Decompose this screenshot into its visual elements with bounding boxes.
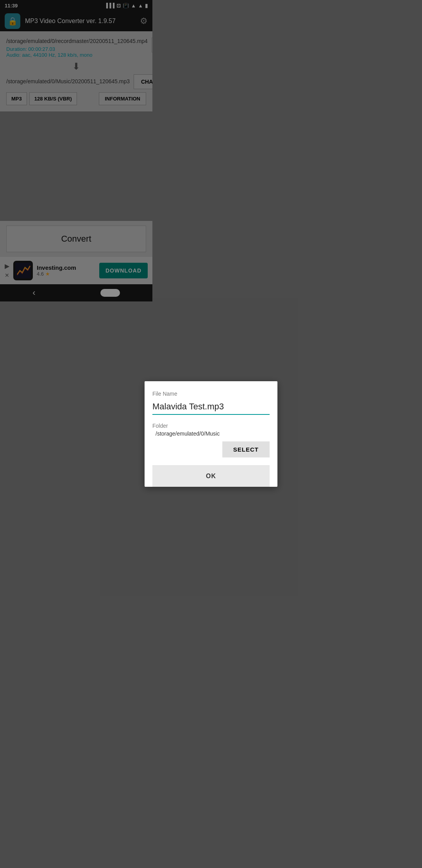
dialog-overlay[interactable]: File Name Folder /storage/emulated/0/Mus… (0, 0, 152, 313)
